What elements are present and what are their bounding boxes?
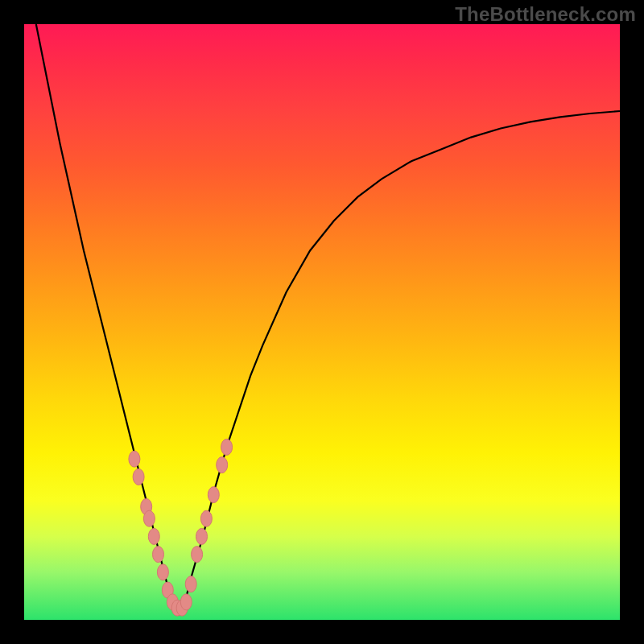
watermark-text: TheBottleneck.com <box>455 3 636 26</box>
curve-svg <box>24 24 620 620</box>
curve-marker <box>133 469 144 485</box>
curve-marker <box>192 547 203 563</box>
curve-marker <box>153 547 164 563</box>
curve-marker <box>148 528 159 544</box>
curve-marker <box>221 439 233 455</box>
curve-marker <box>185 576 196 592</box>
curve-marker <box>129 451 140 467</box>
curve-marker <box>180 594 192 610</box>
curve-marker <box>196 528 208 544</box>
curve-markers <box>129 439 233 616</box>
chart-frame: TheBottleneck.com <box>0 0 644 644</box>
bottleneck-curve <box>36 24 620 614</box>
plot-area <box>24 24 620 620</box>
curve-marker <box>157 564 168 580</box>
curve-marker <box>143 510 155 526</box>
curve-marker <box>200 510 212 526</box>
curve-marker <box>208 487 219 503</box>
curve-marker <box>217 457 228 473</box>
